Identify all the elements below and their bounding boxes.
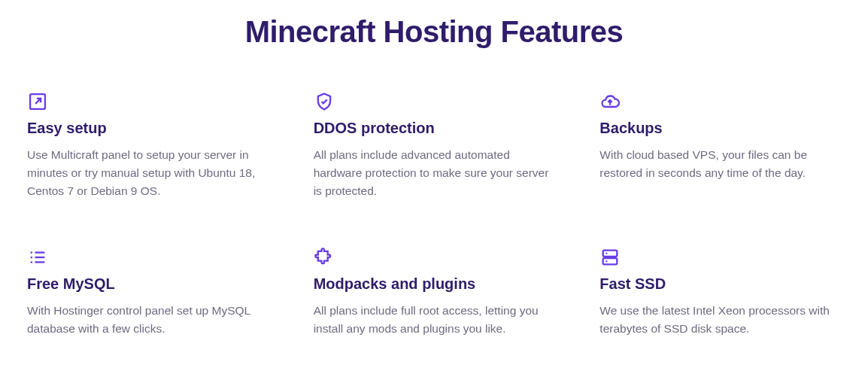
svg-point-3 xyxy=(31,251,33,254)
feature-title: Fast SSD xyxy=(599,275,841,293)
page-title: Minecraft Hosting Features xyxy=(27,15,841,49)
feature-easy-setup: Easy setup Use Multicraft panel to setup… xyxy=(27,91,269,200)
feature-free-mysql: Free MySQL With Hostinger control panel … xyxy=(27,247,269,338)
features-grid: Easy setup Use Multicraft panel to setup… xyxy=(27,91,841,338)
open-in-new-icon xyxy=(27,91,48,112)
svg-point-4 xyxy=(31,257,33,259)
server-icon xyxy=(599,247,621,268)
feature-title: Easy setup xyxy=(27,120,269,137)
feature-ddos-protection: DDOS protection All plans include advanc… xyxy=(314,91,555,200)
feature-desc: All plans include advanced automated har… xyxy=(314,146,555,200)
svg-point-12 xyxy=(605,260,607,262)
feature-title: Modpacks and plugins xyxy=(314,275,555,293)
svg-point-5 xyxy=(31,261,33,263)
svg-rect-9 xyxy=(603,251,618,257)
svg-line-1 xyxy=(35,99,40,104)
cloud-upload-icon xyxy=(599,91,621,112)
feature-desc: Use Multicraft panel to setup your serve… xyxy=(27,146,269,200)
feature-fast-ssd: Fast SSD We use the latest Intel Xeon pr… xyxy=(599,247,841,338)
puzzle-icon xyxy=(314,247,335,268)
feature-modpacks-plugins: Modpacks and plugins All plans include f… xyxy=(314,247,555,338)
feature-title: Free MySQL xyxy=(27,275,269,293)
feature-title: Backups xyxy=(599,120,841,137)
feature-title: DDOS protection xyxy=(314,120,555,137)
feature-desc: With Hostinger control panel set up MySQ… xyxy=(27,302,269,338)
svg-rect-10 xyxy=(603,258,618,264)
feature-desc: All plans include full root access, lett… xyxy=(314,302,555,338)
list-icon xyxy=(27,247,48,268)
svg-point-11 xyxy=(605,253,607,254)
feature-desc: We use the latest Intel Xeon processors … xyxy=(599,302,841,338)
shield-check-icon xyxy=(314,91,335,112)
feature-desc: With cloud based VPS, your files can be … xyxy=(599,146,841,182)
feature-backups: Backups With cloud based VPS, your files… xyxy=(599,91,841,200)
